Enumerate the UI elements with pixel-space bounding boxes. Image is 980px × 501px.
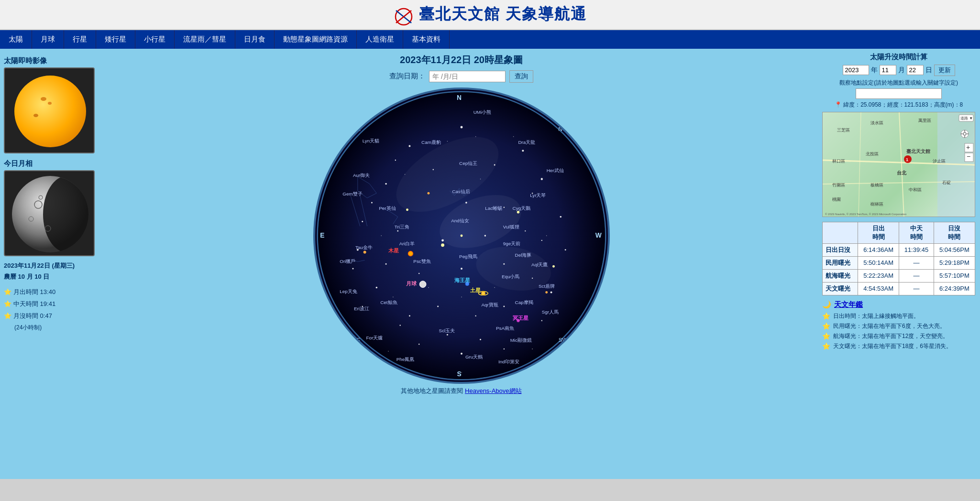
month-input[interactable] <box>880 65 896 75</box>
map-background: 三芝區 淡水區 萬里區 林口區 北投區 臺北天文館 汐止區 台北 竹圍區 板橋區… <box>823 112 975 217</box>
svg-point-42 <box>484 235 486 237</box>
svg-point-59 <box>447 141 448 142</box>
nav-item-planets[interactable]: 行星 <box>64 30 96 49</box>
col-header-midday: 中天時間 <box>899 222 934 243</box>
page-header: 臺北天文館 天象導航通 <box>0 0 980 30</box>
svg-point-20 <box>540 178 542 180</box>
svg-text:Lyr天琴: Lyr天琴 <box>530 193 546 198</box>
nav-item-basic[interactable]: 基本資料 <box>403 30 450 49</box>
row-midday-3: — <box>899 282 934 295</box>
svg-point-19 <box>385 183 387 185</box>
almanac-text-0: 日出時間：太陽上緣接觸地平面。 <box>833 312 919 320</box>
svg-point-78 <box>427 192 429 194</box>
star-icon-1: ⭐ <box>4 286 11 297</box>
row-label-2: 航海曙光 <box>823 269 858 282</box>
row-midday-2: — <box>899 269 934 282</box>
svg-text:臺北天文館: 臺北天文館 <box>906 149 930 154</box>
svg-point-47 <box>503 263 505 265</box>
svg-point-31 <box>461 353 462 355</box>
svg-point-25 <box>375 287 377 289</box>
svg-text:Aql天鷹: Aql天鷹 <box>531 262 548 267</box>
nav-item-sun[interactable]: 太陽 <box>0 30 32 49</box>
svg-point-22 <box>560 216 562 218</box>
svg-text:淡水區: 淡水區 <box>870 120 883 125</box>
svg-text:林口區: 林口區 <box>832 159 845 163</box>
svg-point-79 <box>545 291 548 294</box>
nav-item-starmap[interactable]: 動態星象圖網路資源 <box>275 30 357 49</box>
svg-point-36 <box>371 202 372 203</box>
col-header-label <box>823 222 858 243</box>
moon-midday-time: 中天時間 19:41 <box>13 298 55 309</box>
svg-point-17 <box>408 145 410 147</box>
svg-text:E: E <box>320 231 324 239</box>
moon-section-title: 今日月相 <box>4 159 101 168</box>
svg-text:Del海豚: Del海豚 <box>515 252 531 258</box>
svg-text:−: − <box>967 152 970 160</box>
svg-text:Eri波江: Eri波江 <box>353 306 369 311</box>
date-row: 年 月 日 更新 <box>822 65 975 76</box>
update-button[interactable]: 更新 <box>934 65 955 76</box>
day-input[interactable] <box>907 65 924 75</box>
year-label: 年 <box>871 66 878 75</box>
svg-point-67 <box>461 296 462 297</box>
date-input[interactable] <box>429 71 506 82</box>
svg-text:Tau金牛: Tau金牛 <box>355 244 372 250</box>
row-set-0: 5:04:56PM <box>934 243 975 256</box>
almanac-text-2: 航海曙光：太陽在地平面下12度，天空變亮。 <box>833 332 948 340</box>
svg-point-81 <box>419 281 426 288</box>
row-rise-3: 4:54:53AM <box>858 282 899 295</box>
svg-text:冥王星: 冥王星 <box>512 315 528 321</box>
year-input[interactable] <box>843 65 869 75</box>
svg-point-39 <box>397 230 398 231</box>
svg-text:Cae芸台: Cae芸台 <box>349 347 367 352</box>
svg-point-68 <box>393 296 394 297</box>
col-header-rise: 日出時間 <box>858 222 899 243</box>
svg-text:And仙女: And仙女 <box>451 218 469 223</box>
moon-image-box <box>4 170 95 256</box>
svg-text:S: S <box>457 370 461 378</box>
nav-item-dwarf[interactable]: 矮行星 <box>96 30 135 49</box>
svg-text:Tri三角: Tri三角 <box>394 224 409 229</box>
nav-item-moon[interactable]: 月球 <box>32 30 64 49</box>
svg-text:Sct盾牌: Sct盾牌 <box>538 283 554 288</box>
almanac-text-1: 民用曙光：太陽在地平面下6度，天色大亮。 <box>833 322 946 330</box>
nav-item-meteor[interactable]: 流星雨／彗星 <box>175 30 235 49</box>
svg-point-75 <box>517 211 519 214</box>
svg-point-54 <box>503 305 505 307</box>
svg-point-33 <box>494 164 495 165</box>
row-set-2: 5:57:10PM <box>934 269 975 282</box>
obs-location-input[interactable] <box>856 88 942 99</box>
star-chart: N S W E NE NW SE SW UMi小熊 Lyn天貓 Cam鹿豹 Dr… <box>313 87 610 384</box>
svg-point-69 <box>532 349 533 349</box>
svg-text:月球: 月球 <box>406 280 417 286</box>
row-midday-1: — <box>899 256 934 269</box>
nav-item-eclipse[interactable]: 日月食 <box>235 30 275 49</box>
table-row: 天文曙光 4:54:53AM — 6:24:39PM <box>823 282 975 295</box>
svg-point-46 <box>461 268 462 270</box>
query-button[interactable]: 查詢 <box>509 70 533 83</box>
svg-text:Cas仙后: Cas仙后 <box>452 189 470 194</box>
sun-image <box>14 76 86 147</box>
svg-text:汐止區: 汐止區 <box>933 159 946 163</box>
svg-text:Lep天兔: Lep天兔 <box>340 289 357 294</box>
chart-link-row: 其他地地之星圖請查閱 Heavens-Above網站 <box>401 387 521 395</box>
heavens-above-link[interactable]: Heavens-Above網站 <box>465 387 522 394</box>
map-container[interactable]: 三芝區 淡水區 萬里區 林口區 北投區 臺北天文館 汐止區 台北 竹圍區 板橋區… <box>822 112 975 217</box>
almanac-item-0: ⭐ 日出時間：太陽上緣接觸地平面。 <box>822 312 975 320</box>
obs-location-label: 觀察地點設定(請於地圖點選或輸入關鍵字設定) <box>822 79 975 87</box>
pin-icon: 📍 <box>835 101 842 108</box>
svg-point-72 <box>441 243 444 247</box>
row-midday-0: 11:39:45 <box>899 243 934 256</box>
moon-rise-row: ⭐ 月出時間 13:40 <box>4 286 101 297</box>
svg-text:Lac蜥蜴: Lac蜥蜴 <box>485 206 502 211</box>
nav-item-asteroid[interactable]: 小行星 <box>135 30 175 49</box>
nav-item-satellite[interactable]: 人造衛星 <box>357 30 403 49</box>
svg-text:Sgr人馬: Sgr人馬 <box>541 309 558 315</box>
svg-point-29 <box>446 334 448 336</box>
svg-text:Cap摩羯: Cap摩羯 <box>515 300 533 305</box>
almanac-title-text[interactable]: 天文年鑑 <box>834 300 863 309</box>
svg-point-84 <box>481 291 485 295</box>
svg-point-55 <box>541 320 542 321</box>
svg-text:Ind印第安: Ind印第安 <box>498 359 519 364</box>
almanac-icon-3: ⭐ <box>822 342 830 350</box>
